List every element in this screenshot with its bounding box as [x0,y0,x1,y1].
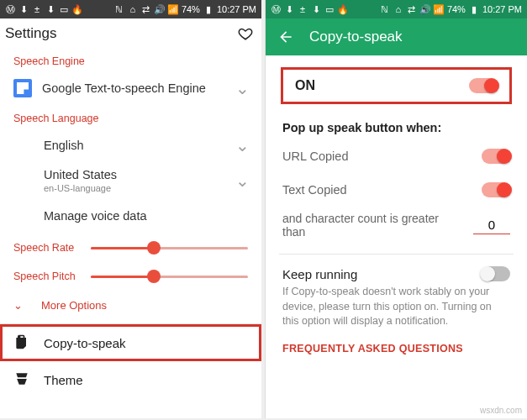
status-right: ℕ ⌂ ⇄ 🔊 📶 74% ▮ 10:27 PM [380,4,522,14]
chevron-down-icon: ⌄ [13,299,23,312]
region-sub: en-US-language [44,183,225,193]
battery-icon: ▮ [203,4,213,14]
keep-running-label: Keep running [282,267,357,281]
watermark: wsxdn.com [480,406,522,415]
text-copied-row[interactable]: Text Copied [266,173,527,207]
manage-voice-label: Manage voice data [44,209,250,223]
volume-icon: 🔊 [155,4,165,14]
char-count-row: and character count is greater than [266,207,527,250]
language-name: English [44,139,225,152]
sync-icon: ⇄ [141,4,151,14]
section-speech-engine: Speech Engine [0,49,261,71]
region-label: United States [44,168,117,181]
status-icon: ± [298,4,308,14]
battery-pct: 74% [182,4,200,14]
battery-icon: ▮ [469,4,479,14]
url-copied-switch[interactable] [482,149,510,164]
clock: 10:27 PM [217,4,256,14]
speech-rate-slider[interactable] [91,247,248,249]
menu-copy-label: Copy-to-speak [44,336,126,350]
tts-engine-icon [13,79,32,97]
download-icon: ⬇ [18,4,29,14]
signal-icon: 📶 [434,4,444,14]
status-icon: ℕ [114,4,124,14]
section-speech-language: Speech Language [0,106,261,128]
char-count-label: and character count is greater than [282,212,465,239]
favorite-button[interactable] [238,26,253,41]
text-copied-switch[interactable] [482,182,510,197]
keep-running-row[interactable]: Keep running [266,258,527,283]
chevron-down-icon: ⌄ [235,78,250,98]
region-row[interactable]: United States en-US-language ⌄ [0,163,261,198]
theme-icon [13,370,30,390]
language-row[interactable]: English ⌄ [0,128,261,163]
flame-icon: 🔥 [72,4,82,14]
status-icon: ▭ [59,4,69,14]
status-icon: ± [32,4,42,14]
clock: 10:27 PM [482,4,522,14]
speech-pitch-label: Speech Pitch [13,270,84,282]
status-left: Ⓜ ⬇ ± ⬇ ▭ 🔥 [271,4,348,14]
appbar-title: Copy-to-speak [309,29,403,45]
menu-copy-to-speak[interactable]: Copy-to-speak [0,324,261,361]
engine-name: Google Text-to-speech Engine [42,81,225,95]
back-button[interactable] [277,29,294,45]
menu-theme-label: Theme [44,373,83,387]
speech-pitch-row: Speech Pitch [0,262,261,291]
battery-pct: 74% [447,4,466,14]
manage-voice-row[interactable]: Manage voice data [0,198,261,234]
status-icon: ℕ [380,4,390,14]
master-toggle-label: ON [295,78,315,93]
region-name: United States en-US-language [44,168,225,193]
status-bar: Ⓜ ⬇ ± ⬇ ▭ 🔥 ℕ ⌂ ⇄ 🔊 📶 74% ▮ 10:27 PM [266,0,527,18]
signal-icon: 📶 [168,4,178,14]
sync-icon: ⇄ [407,4,417,14]
status-icon: Ⓜ [271,4,281,14]
status-left: Ⓜ ⬇ ± ⬇ ▭ 🔥 [5,4,82,14]
url-copied-row[interactable]: URL Copied [266,139,527,173]
status-icon: ⌂ [393,4,403,14]
appbar: Copy-to-speak [266,18,527,55]
download-icon: ⬇ [284,4,294,14]
status-icon: ▭ [324,4,335,14]
download-icon: ⬇ [45,4,55,14]
speech-rate-label: Speech Rate [13,242,84,254]
status-icon: ⌂ [128,4,138,14]
settings-header: Settings [0,18,261,49]
chevron-down-icon: ⌄ [235,171,250,191]
status-right: ℕ ⌂ ⇄ 🔊 📶 74% ▮ 10:27 PM [114,4,256,14]
popup-section-title: Pop up speak button when: [266,111,527,139]
more-options-label: More Options [41,299,107,312]
char-count-input[interactable] [473,216,510,234]
keep-running-switch[interactable] [482,266,510,281]
more-options-row[interactable]: ⌄ More Options [0,291,261,320]
master-toggle-row[interactable]: ON [281,67,512,104]
page-title: Settings [5,25,56,42]
divider [279,254,514,255]
status-bar: Ⓜ ⬇ ± ⬇ ▭ 🔥 ℕ ⌂ ⇄ 🔊 📶 74% ▮ 10:27 PM [0,0,261,18]
engine-row[interactable]: Google Text-to-speech Engine ⌄ [0,71,261,106]
faq-link[interactable]: FREQUENTLY ASKED QUESTIONS [266,338,527,363]
status-icon: Ⓜ [5,4,15,14]
copy-to-speak-screen: Ⓜ ⬇ ± ⬇ ▭ 🔥 ℕ ⌂ ⇄ 🔊 📶 74% ▮ 10:27 PM Cop… [265,0,527,418]
master-switch[interactable] [469,78,498,93]
keep-running-desc: If Copy-to-speak doesn't work stably on … [266,283,527,338]
chevron-down-icon: ⌄ [235,135,250,155]
speech-pitch-slider[interactable] [91,276,248,278]
flame-icon: 🔥 [338,4,348,14]
volume-icon: 🔊 [420,4,430,14]
url-copied-label: URL Copied [282,150,482,163]
speech-rate-row: Speech Rate [0,234,261,262]
download-icon: ⬇ [311,4,321,14]
menu-theme[interactable]: Theme [0,361,261,398]
clipboard-speak-icon [13,333,30,353]
settings-screen: Ⓜ ⬇ ± ⬇ ▭ 🔥 ℕ ⌂ ⇄ 🔊 📶 74% ▮ 10:27 PM Set… [0,0,261,418]
text-copied-label: Text Copied [282,183,482,197]
